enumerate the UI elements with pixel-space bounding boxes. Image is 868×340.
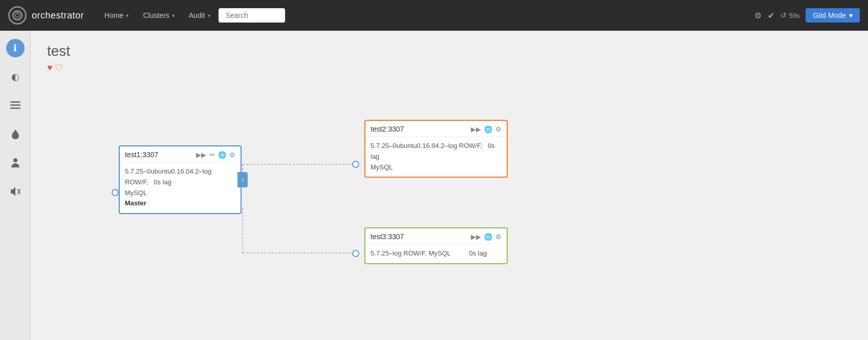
chevron-down-icon: ▾ bbox=[849, 11, 853, 19]
sidebar-item-mute[interactable] bbox=[6, 182, 25, 201]
chevron-down-icon: ▾ bbox=[172, 13, 175, 18]
chevron-down-icon: ▾ bbox=[208, 13, 210, 18]
connector-dot-left bbox=[112, 189, 119, 196]
nav-items: Home ▾ Clusters ▾ Audit ▾ bbox=[98, 8, 746, 23]
main-content: test ♥ ♡ bbox=[31, 31, 868, 340]
sidebar-item-list[interactable] bbox=[6, 96, 25, 115]
svg-point-1 bbox=[15, 13, 19, 17]
node-replica2-body: 5.7.25–log ROW/F, MySQL 0s lag bbox=[365, 244, 507, 263]
layout: ℹ ◐ t bbox=[0, 31, 868, 340]
refresh-timer[interactable]: ↺ 59s bbox=[780, 11, 799, 19]
sidebar: ℹ ◐ bbox=[0, 31, 31, 340]
edit-icon[interactable]: ✏ bbox=[209, 151, 215, 159]
node-collapse-button[interactable]: ‹ bbox=[237, 172, 248, 187]
node-replica1-header: test2:3307 ▶▶ 🌐 ⚙ bbox=[365, 121, 507, 137]
settings-icon[interactable]: ⚙ bbox=[495, 125, 502, 133]
brand-name: orchestrator bbox=[32, 10, 84, 21]
logo: orchestrator bbox=[8, 6, 84, 25]
node-master-header: test1:3307 ▶▶ ✏ 🌐 ⚙ bbox=[120, 146, 241, 162]
gtid-mode-button[interactable]: Gtid Mode ▾ bbox=[806, 8, 860, 23]
node-replica1-title: test2:3307 bbox=[371, 125, 404, 133]
node-replica2-icons: ▶▶ 🌐 ⚙ bbox=[471, 233, 502, 241]
connector-dot-top bbox=[352, 161, 359, 168]
navbar: orchestrator Home ▾ Clusters ▾ Audit ▾ ⚙… bbox=[0, 0, 868, 31]
globe-icon[interactable]: 🌐 bbox=[218, 151, 226, 159]
sidebar-item-contrast[interactable]: ◐ bbox=[6, 68, 25, 86]
nav-audit[interactable]: Audit ▾ bbox=[183, 8, 216, 23]
skip-icon[interactable]: ▶▶ bbox=[471, 233, 481, 241]
sidebar-item-info[interactable]: ℹ bbox=[6, 39, 25, 57]
node-master: test1:3307 ▶▶ ✏ 🌐 ⚙ 5.7.25–0ubuntu0.16.0… bbox=[119, 145, 242, 214]
topology-diagram: test1:3307 ▶▶ ✏ 🌐 ⚙ 5.7.25–0ubuntu0.16.0… bbox=[47, 89, 852, 304]
refresh-icon: ↺ bbox=[780, 11, 787, 19]
node-master-role: Master bbox=[125, 198, 235, 209]
settings-icon[interactable]: ⚙ bbox=[495, 233, 502, 241]
page-hearts: ♥ ♡ bbox=[47, 62, 852, 74]
heart-filled-icon: ♥ bbox=[47, 62, 53, 74]
node-master-icons: ▶▶ ✏ 🌐 ⚙ bbox=[196, 151, 235, 159]
connector-dot-bottom bbox=[352, 250, 359, 257]
globe-icon[interactable]: 🌐 bbox=[484, 233, 492, 241]
node-replica2-info: 5.7.25–log ROW/F, MySQL 0s lag bbox=[371, 248, 502, 259]
search-input[interactable] bbox=[219, 8, 285, 23]
check-icon[interactable]: ✔ bbox=[768, 11, 774, 20]
heart-empty-icon: ♡ bbox=[55, 62, 63, 74]
skip-icon[interactable]: ▶▶ bbox=[471, 125, 481, 133]
svg-point-0 bbox=[13, 11, 22, 20]
node-replica2: test3:3307 ▶▶ 🌐 ⚙ 5.7.25–log ROW/F, MySQ… bbox=[364, 227, 508, 264]
node-replica2-title: test3:3307 bbox=[371, 232, 404, 241]
nav-home[interactable]: Home ▾ bbox=[98, 8, 135, 23]
node-master-title: test1:3307 bbox=[125, 151, 158, 159]
nav-clusters[interactable]: Clusters ▾ bbox=[137, 8, 180, 23]
svg-rect-4 bbox=[10, 104, 20, 106]
chevron-down-icon: ▾ bbox=[126, 13, 128, 18]
node-replica1-body: 5.7.25–0ubuntu0.16.04.2–log ROW/F, 0s la… bbox=[365, 137, 507, 177]
svg-point-6 bbox=[13, 158, 17, 162]
sidebar-item-drop[interactable] bbox=[6, 125, 25, 143]
sidebar-item-user[interactable] bbox=[6, 154, 25, 172]
node-replica1: test2:3307 ▶▶ 🌐 ⚙ 5.7.25–0ubuntu0.16.04.… bbox=[364, 120, 508, 178]
nav-right: ⚙ ✔ ↺ 59s Gtid Mode ▾ bbox=[754, 8, 860, 23]
logo-icon bbox=[8, 6, 27, 25]
svg-rect-5 bbox=[10, 108, 20, 109]
globe-icon[interactable]: 🌐 bbox=[484, 125, 492, 133]
node-replica1-icons: ▶▶ 🌐 ⚙ bbox=[471, 125, 502, 133]
node-replica2-header: test3:3307 ▶▶ 🌐 ⚙ bbox=[365, 228, 507, 244]
settings-icon[interactable]: ⚙ bbox=[754, 11, 762, 20]
settings-icon[interactable]: ⚙ bbox=[229, 151, 235, 159]
node-master-body: 5.7.25–0ubuntu0.16.04.2–log ROW/F, 0s la… bbox=[120, 162, 241, 213]
svg-rect-3 bbox=[10, 101, 20, 103]
svg-marker-7 bbox=[11, 187, 15, 196]
node-master-version: 5.7.25–0ubuntu0.16.04.2–log ROW/F, 0s la… bbox=[125, 166, 235, 188]
node-replica1-info: 5.7.25–0ubuntu0.16.04.2–log ROW/F, 0s la… bbox=[371, 141, 502, 162]
page-title: test bbox=[47, 43, 852, 59]
skip-icon[interactable]: ▶▶ bbox=[196, 151, 206, 159]
